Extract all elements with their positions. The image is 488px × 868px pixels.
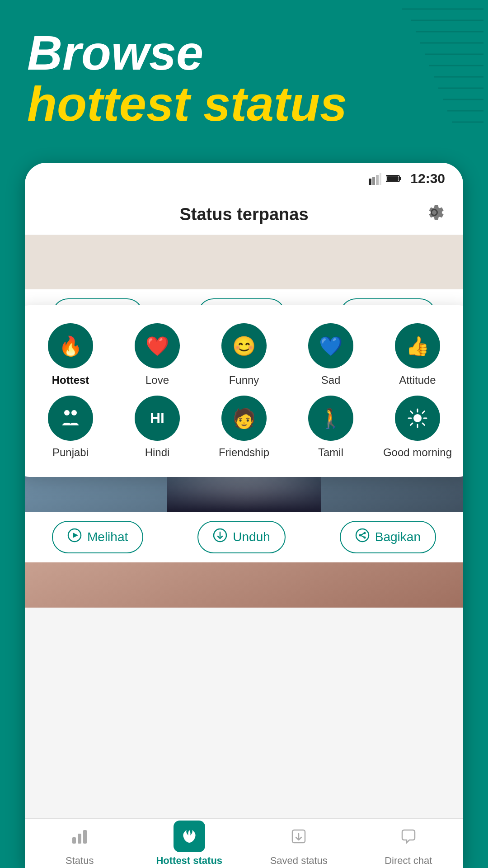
direct-chat-nav-icon (400, 828, 417, 844)
nav-item-status[interactable]: Status (25, 821, 135, 867)
saved-nav-label: Saved status (270, 855, 328, 867)
sad-label: Sad (321, 374, 341, 387)
saved-nav-icon-wrap (283, 821, 314, 852)
category-item-friendship[interactable]: 🧑 Friendship (203, 396, 285, 459)
svg-point-18 (64, 410, 70, 415)
hindi-label: Hindi (145, 446, 170, 459)
nav-item-hottest[interactable]: Hottest status (135, 821, 244, 867)
nav-item-saved[interactable]: Saved status (244, 821, 354, 867)
saved-nav-icon (291, 828, 307, 844)
bottom-nav: Status Hottest status Saved status (25, 818, 463, 868)
category-grid: 🔥 Hottest ❤️ Love 😊 Funny 💙 Sad 👍 (29, 323, 459, 459)
hottest-status-text: hottest status (27, 78, 461, 129)
direct-chat-nav-icon-wrap (393, 821, 424, 852)
svg-line-27 (422, 411, 424, 413)
svg-line-26 (422, 423, 424, 425)
svg-line-25 (411, 411, 413, 413)
hottest-icon: 🔥 (48, 323, 93, 368)
couple-icon (60, 407, 81, 429)
hero-section: Browse hottest status (27, 27, 461, 130)
share-button-2[interactable]: Bagikan (340, 521, 436, 553)
tamil-icon: 🚶 (308, 396, 353, 441)
svg-point-43 (359, 534, 361, 537)
direct-chat-nav-label: Direct chat (385, 855, 432, 867)
attitude-icon: 👍 (395, 323, 440, 368)
funny-label: Funny (229, 374, 259, 387)
video-thumb-3-partial (25, 562, 463, 608)
svg-marker-38 (73, 533, 78, 538)
good-morning-label: Good morning (383, 446, 452, 459)
browse-text: Browse (27, 27, 461, 78)
status-icons: 12:30 (369, 171, 445, 186)
hottest-nav-label: Hottest status (156, 855, 222, 867)
category-item-sad[interactable]: 💙 Sad (290, 323, 372, 387)
svg-rect-13 (376, 175, 379, 185)
action-row-2: Melihat Unduh (25, 512, 463, 562)
signal-icon (369, 172, 381, 185)
view-label-2: Melihat (87, 530, 128, 544)
video-thumb-1-partial (25, 235, 463, 289)
svg-point-19 (71, 410, 77, 415)
svg-point-42 (363, 537, 366, 539)
category-item-punjabi[interactable]: Punjabi (29, 396, 112, 459)
hottest-nav-icon (181, 828, 197, 844)
category-item-hindi[interactable]: HI Hindi (116, 396, 198, 459)
punjabi-icon (48, 396, 93, 441)
svg-rect-45 (78, 834, 81, 844)
svg-rect-14 (380, 173, 381, 185)
category-item-tamil[interactable]: 🚶 Tamil (290, 396, 372, 459)
share-icon-2 (355, 528, 370, 546)
app-title: Status terpanas (179, 205, 308, 224)
svg-point-41 (363, 532, 366, 534)
download-icon-2 (213, 528, 227, 546)
app-titlebar: Status terpanas (25, 194, 463, 235)
view-button-2[interactable]: Melihat (52, 521, 143, 553)
friendship-label: Friendship (219, 446, 269, 459)
status-nav-icon-wrap (64, 821, 95, 852)
category-item-hottest[interactable]: 🔥 Hottest (29, 323, 112, 387)
download-label-2: Unduh (233, 530, 270, 544)
phone-mockup: 12:30 Status terpanas 🔥 Hottest ❤️ (25, 163, 463, 868)
hottest-nav-icon-wrap (174, 821, 205, 852)
category-popup: 🔥 Hottest ❤️ Love 😊 Funny 💙 Sad 👍 (25, 305, 463, 477)
friendship-icon: 🧑 (221, 396, 267, 441)
hottest-label: Hottest (52, 374, 89, 387)
svg-rect-44 (72, 837, 76, 844)
view-icon-2 (67, 528, 82, 546)
attitude-label: Attitude (399, 374, 436, 387)
svg-rect-12 (372, 177, 375, 185)
svg-point-20 (413, 414, 422, 422)
status-nav-label: Status (66, 855, 94, 867)
svg-rect-16 (399, 177, 401, 180)
good-morning-icon (395, 396, 440, 441)
sad-icon: 💙 (308, 323, 353, 368)
download-button-2[interactable]: Unduh (197, 521, 286, 553)
category-item-funny[interactable]: 😊 Funny (203, 323, 285, 387)
clock-display: 12:30 (410, 171, 445, 186)
category-item-love[interactable]: ❤️ Love (116, 323, 198, 387)
hindi-icon: HI (135, 396, 180, 441)
svg-point-40 (356, 529, 369, 542)
status-bar: 12:30 (25, 163, 463, 194)
battery-icon (386, 174, 402, 183)
category-item-attitude[interactable]: 👍 Attitude (376, 323, 459, 387)
settings-button[interactable] (423, 202, 445, 228)
love-label: Love (145, 374, 169, 387)
sun-icon (407, 407, 428, 429)
category-item-good-morning[interactable]: Good morning (376, 396, 459, 459)
tamil-label: Tamil (318, 446, 343, 459)
svg-rect-46 (83, 830, 87, 844)
share-label-2: Bagikan (375, 530, 421, 544)
punjabi-label: Punjabi (52, 446, 89, 459)
love-icon: ❤️ (135, 323, 180, 368)
svg-rect-11 (369, 179, 371, 185)
svg-line-28 (411, 423, 413, 425)
svg-rect-17 (387, 176, 399, 181)
status-nav-icon (71, 828, 88, 844)
funny-icon: 😊 (221, 323, 267, 368)
phone-content-area: 🔥 Hottest ❤️ Love 😊 Funny 💙 Sad 👍 (25, 235, 463, 868)
nav-item-direct-chat[interactable]: Direct chat (354, 821, 464, 867)
